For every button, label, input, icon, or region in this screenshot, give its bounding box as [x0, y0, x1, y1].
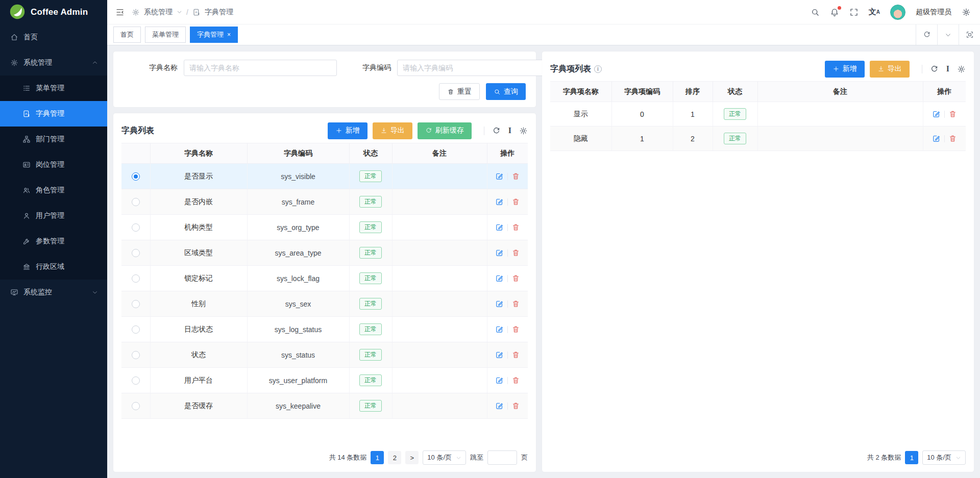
search-icon[interactable]	[811, 8, 820, 17]
row-density-icon[interactable]: I	[508, 127, 511, 135]
maximize-content-icon[interactable]	[959, 24, 980, 45]
sidebar-item-岗位管理[interactable]: 岗位管理	[0, 152, 107, 178]
sidebar-item-行政区域[interactable]: 行政区域	[0, 254, 107, 280]
item-name-cell: 显示	[550, 102, 611, 127]
add-item-button[interactable]: 新增	[825, 61, 865, 78]
page-button-1[interactable]: 1	[905, 451, 918, 464]
column-settings-gear-icon[interactable]	[957, 65, 966, 73]
page-button-1[interactable]: 1	[371, 451, 384, 464]
row-radio[interactable]	[132, 223, 140, 232]
sidebar-item-首页[interactable]: 首页	[0, 24, 107, 50]
settings-gear-icon[interactable]	[962, 8, 971, 17]
edit-icon[interactable]	[495, 248, 504, 257]
fullscreen-icon[interactable]	[849, 8, 859, 17]
delete-icon[interactable]	[511, 299, 520, 308]
row-radio[interactable]	[132, 402, 140, 410]
tab-菜单管理[interactable]: 菜单管理	[145, 27, 186, 43]
reset-button[interactable]: 重置	[439, 83, 480, 100]
delete-icon[interactable]	[511, 197, 520, 206]
delete-icon[interactable]	[511, 376, 520, 385]
page-size-select[interactable]: 10 条/页	[922, 450, 966, 465]
delete-icon[interactable]	[511, 274, 520, 283]
edit-icon[interactable]	[495, 299, 504, 308]
tab-首页[interactable]: 首页	[113, 27, 141, 43]
edit-icon[interactable]	[495, 325, 504, 334]
delete-icon[interactable]	[511, 248, 520, 257]
table-row[interactable]: 是否显示sys_visible正常	[121, 164, 528, 189]
tab-字典管理[interactable]: 字典管理×	[190, 27, 238, 43]
edit-icon[interactable]	[495, 350, 504, 359]
translate-icon[interactable]: 文A	[869, 7, 880, 17]
edit-icon[interactable]	[495, 223, 504, 232]
row-radio[interactable]	[132, 351, 140, 359]
row-radio[interactable]	[132, 249, 140, 257]
next-page-button[interactable]: >	[405, 451, 419, 464]
sidebar-item-参数管理[interactable]: 参数管理	[0, 229, 107, 254]
dict-code-input[interactable]	[397, 60, 550, 76]
radio-cell	[121, 393, 150, 419]
sidebar-item-用户管理[interactable]: 用户管理	[0, 203, 107, 229]
close-icon[interactable]: ×	[227, 32, 231, 38]
delete-icon[interactable]	[948, 110, 957, 118]
query-button[interactable]: 查询	[486, 83, 526, 100]
export-item-button[interactable]: 导出	[870, 61, 910, 78]
row-radio[interactable]	[132, 198, 140, 206]
table-row[interactable]: 用户平台sys_user_platform正常	[121, 368, 528, 393]
row-radio[interactable]	[132, 172, 140, 181]
tab-options-chevron-icon[interactable]	[937, 24, 959, 45]
delete-icon[interactable]	[511, 401, 520, 410]
column-settings-gear-icon[interactable]	[519, 127, 528, 135]
sidebar-item-角色管理[interactable]: 角色管理	[0, 178, 107, 203]
notification-bell-icon[interactable]	[830, 8, 839, 17]
avatar[interactable]	[890, 5, 905, 20]
row-radio[interactable]	[132, 300, 140, 308]
dict-name-input[interactable]	[184, 60, 337, 76]
page-size-select[interactable]: 10 条/页	[423, 450, 466, 465]
edit-icon[interactable]	[495, 197, 504, 206]
add-dict-button[interactable]: 新增	[328, 122, 368, 139]
edit-icon[interactable]	[932, 134, 941, 143]
refresh-table-icon[interactable]	[930, 65, 939, 73]
table-row[interactable]: 隐藏12正常	[550, 127, 966, 151]
delete-icon[interactable]	[511, 172, 520, 181]
edit-icon[interactable]	[495, 172, 504, 181]
row-radio[interactable]	[132, 325, 140, 334]
jump-page-input[interactable]	[487, 450, 517, 465]
delete-icon[interactable]	[511, 223, 520, 232]
table-row[interactable]: 机构类型sys_org_type正常	[121, 215, 528, 240]
edit-icon[interactable]	[495, 376, 504, 385]
refresh-cache-button[interactable]: 刷新缓存	[418, 122, 472, 139]
delete-icon[interactable]	[511, 325, 520, 334]
table-row[interactable]: 显示01正常	[550, 102, 966, 127]
edit-icon[interactable]	[495, 401, 504, 410]
export-dict-button[interactable]: 导出	[373, 122, 412, 139]
table-row[interactable]: 区域类型sys_area_type正常	[121, 240, 528, 266]
refresh-table-icon[interactable]	[492, 127, 501, 135]
edit-icon[interactable]	[932, 110, 941, 118]
sidebar-item-字典管理[interactable]: A字典管理	[0, 101, 107, 127]
table-row[interactable]: 是否内嵌sys_frame正常	[121, 189, 528, 215]
table-row[interactable]: 是否缓存sys_keepalive正常	[121, 393, 528, 419]
delete-icon[interactable]	[511, 350, 520, 359]
sidebar-item-系统管理[interactable]: 系统管理	[0, 50, 107, 76]
table-row[interactable]: 日志状态sys_log_status正常	[121, 317, 528, 342]
sidebar-item-系统监控[interactable]: 系统监控	[0, 280, 107, 305]
table-row[interactable]: 状态sys_status正常	[121, 342, 528, 368]
row-radio[interactable]	[132, 376, 140, 385]
refresh-tab-icon[interactable]	[916, 24, 937, 45]
username[interactable]: 超级管理员	[916, 8, 951, 17]
table-row[interactable]: 性别sys_sex正常	[121, 291, 528, 317]
gear-icon	[10, 59, 18, 67]
table-row[interactable]: 锁定标记sys_lock_flag正常	[121, 266, 528, 291]
edit-icon[interactable]	[495, 274, 504, 283]
collapse-sidebar-icon[interactable]	[115, 8, 125, 17]
delete-icon[interactable]	[948, 134, 957, 143]
sidebar-item-部门管理[interactable]: 部门管理	[0, 127, 107, 152]
page-content: 字典名称 字典编码 重置 查询	[107, 45, 980, 478]
breadcrumb-parent[interactable]: 系统管理	[144, 8, 173, 17]
row-radio[interactable]	[132, 274, 140, 283]
sidebar-item-菜单管理[interactable]: 菜单管理	[0, 76, 107, 101]
row-density-icon[interactable]: I	[946, 65, 949, 73]
page-button-2[interactable]: 2	[388, 451, 401, 464]
radio-cell	[121, 368, 150, 393]
